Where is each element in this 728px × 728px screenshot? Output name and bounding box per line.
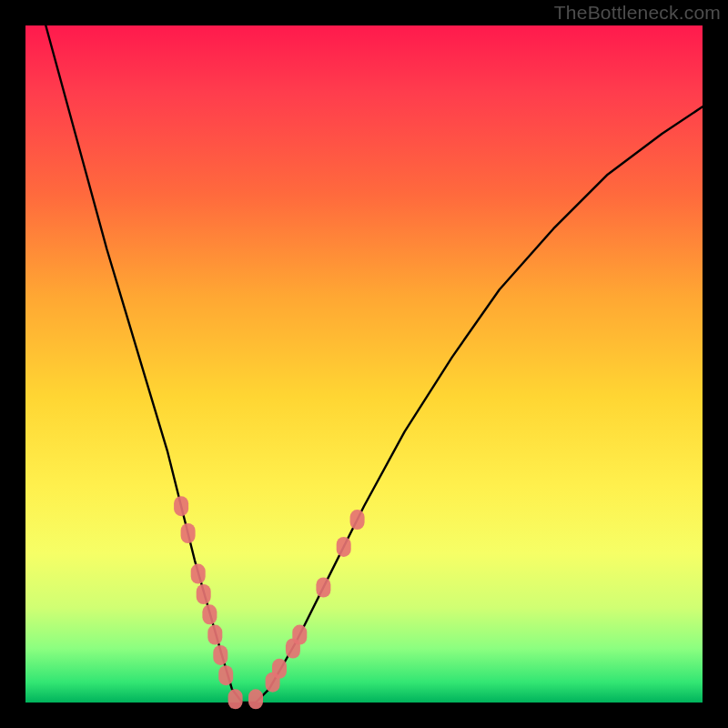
highlight-marker — [197, 584, 211, 604]
highlight-marker — [337, 537, 351, 557]
highlight-marker — [292, 625, 307, 645]
highlight-marker — [191, 564, 206, 584]
highlight-marker — [181, 523, 196, 543]
highlight-marker — [316, 578, 330, 598]
watermark-text: TheBottleneck.com — [554, 2, 721, 24]
highlighted-points-group — [174, 496, 365, 709]
chart-plot-area — [25, 25, 703, 703]
chart-frame: TheBottleneck.com — [0, 0, 728, 728]
chart-svg — [25, 25, 703, 703]
highlight-marker — [202, 604, 217, 624]
bottleneck-curve-line — [46, 25, 703, 703]
highlight-marker — [218, 665, 233, 685]
highlight-marker — [248, 689, 263, 709]
highlight-marker — [228, 689, 243, 709]
highlight-marker — [272, 659, 287, 679]
highlight-marker — [174, 496, 188, 516]
highlight-marker — [350, 510, 365, 530]
highlight-marker — [207, 625, 222, 645]
highlight-marker — [213, 645, 228, 665]
